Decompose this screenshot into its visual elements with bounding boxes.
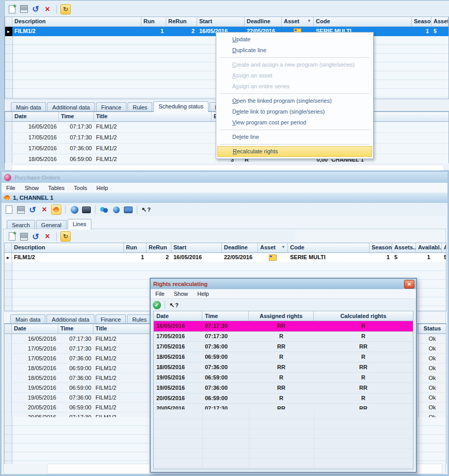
filter-dropdown-icon[interactable]: ▼ [281,245,285,249]
media-icon[interactable] [123,204,133,215]
delete-icon[interactable] [39,204,50,215]
asset-calendar-icon [269,255,277,261]
column-header-code[interactable]: Code [314,17,412,26]
context-menu-item[interactable]: Create and assign a new program (single/… [217,59,373,70]
filter-dropdown-icon[interactable]: ▼ [307,19,311,23]
context-menu-item[interactable]: Assign an asset [217,70,373,81]
context-menu-item[interactable]: Duplicate line [217,45,373,56]
column-header-deadline[interactable]: Deadline [245,17,282,26]
column-header-date[interactable]: Date [154,311,202,321]
rights-row[interactable]: 19/05/2016 07:36:00 RR RR [154,383,413,393]
column-header-assigned-rights[interactable]: Assigned rights [249,311,314,321]
rights-row[interactable]: 18/05/2016 06:59:00 R R [154,352,413,362]
undo-icon[interactable] [30,231,41,242]
rights-row[interactable]: 18/05/2016 07:36:00 RR RR [154,362,413,373]
menu-item[interactable]: Show [20,185,44,191]
delete-icon[interactable] [42,4,53,14]
empty-rights-rows [154,409,413,469]
sphere-icon[interactable] [111,204,121,215]
column-header-asset[interactable]: Asset▼ [282,17,314,26]
column-header-rerun[interactable]: ReRun [147,243,171,252]
detail-tab[interactable]: Main data [11,102,46,112]
context-menu-item[interactable]: Update [217,34,373,45]
rights-row[interactable]: 16/05/2016 07:17:30 RR R [154,321,413,331]
column-header-asset[interactable]: Asset▼ [258,243,288,252]
column-header-assets[interactable]: Asset [431,17,448,26]
rights-flame-icon[interactable] [51,204,61,215]
column-header-start[interactable]: Start [197,17,245,26]
column-header-run[interactable]: Run [141,17,166,26]
column-header-season[interactable]: Season [412,17,431,26]
detail-tab[interactable]: Finance [96,102,126,112]
menu-item[interactable]: Tables [43,185,69,191]
column-header-rerun[interactable]: ReRun [166,17,197,26]
recalculate-rights-icon[interactable] [60,231,71,242]
help-pointer-icon[interactable] [169,300,179,310]
column-header-season[interactable]: Season [370,243,392,252]
recalculate-rights-icon[interactable] [60,4,71,14]
help-pointer-icon[interactable] [141,204,151,215]
column-header-available[interactable]: Availabl... [416,243,442,252]
column-header-next[interactable]: A [442,243,446,252]
context-menu-item[interactable]: Recalculate rights [217,146,372,157]
dialog-titlebar[interactable]: Rights recalculating [151,279,416,289]
column-header-time[interactable]: Time [58,324,93,334]
column-header-date[interactable]: Date [12,324,58,334]
context-menu-item[interactable]: Assign an entire series [217,81,373,92]
new-line-icon[interactable] [7,4,17,14]
column-header-time[interactable]: Time [202,311,249,321]
column-header-start[interactable]: Start [171,243,222,252]
column-header-description[interactable]: Description [12,17,141,26]
rights-row[interactable]: 17/05/2016 07:36:00 RR RR [154,342,413,352]
column-header-status[interactable]: Status [418,324,446,334]
context-menu-item[interactable]: View program cost per period [217,117,373,128]
globe-icon[interactable] [69,204,79,215]
program-screen-icon[interactable] [81,204,91,215]
users-icon[interactable] [99,204,109,215]
column-header-title[interactable]: Title [94,112,212,121]
column-header-description[interactable]: Description [12,243,124,252]
menu-item[interactable]: Help [92,185,113,191]
window-tab[interactable]: Lines [68,219,91,230]
rights-row[interactable]: 20/05/2016 06:59:00 R R [154,393,413,404]
column-header-run[interactable]: Run [124,243,147,252]
menu-item[interactable]: Show [169,291,193,297]
menu-item[interactable]: File [2,185,20,191]
rights-row[interactable]: 17/05/2016 07:17:30 R R [154,331,413,342]
column-header-calculated-rights[interactable]: Calculated rights [314,311,413,321]
save-icon[interactable] [19,4,29,14]
detail-tab[interactable]: Rules [127,314,152,324]
menu-item[interactable]: File [151,291,169,297]
window-tab[interactable]: Search [7,220,35,229]
undo-icon[interactable] [27,204,38,215]
menu-item[interactable]: Help [193,291,214,297]
column-header-code[interactable]: Code [288,243,370,252]
close-icon[interactable]: ✕ [404,280,414,289]
detail-tab[interactable]: Scheduling status [153,101,209,112]
detail-tab[interactable]: Rules [127,102,152,112]
save-icon[interactable] [19,231,29,242]
detail-tab[interactable]: Finance [95,314,126,324]
column-header-date[interactable]: Date [12,112,59,121]
delete-icon[interactable] [42,231,53,242]
order-line-row[interactable]: ► FILM1/2 1 2 16/05/2016 22/05/2016 SERI… [5,253,446,262]
column-header-deadline[interactable]: Deadline [222,243,258,252]
detail-tab[interactable]: Additional data [46,314,94,324]
rights-row[interactable]: 19/05/2016 06:59:00 R R [154,373,413,383]
save-icon[interactable] [15,204,26,215]
detail-tab[interactable]: Additional data [47,102,95,112]
undo-icon[interactable] [30,4,41,14]
menu-item[interactable]: Tools [69,185,92,191]
detail-tab[interactable]: Main data [10,314,45,324]
context-menu-item[interactable]: Open the linked program (single/series) [217,96,373,106]
new-icon[interactable] [4,204,14,215]
context-menu: Update Duplicate line Create and assign … [216,32,374,159]
context-menu-item[interactable]: Delete link to program (single/series) [217,106,373,117]
column-header-assets[interactable]: Assets... [392,243,416,252]
confirm-icon[interactable] [153,301,161,309]
window-titlebar[interactable]: Purchase Orders [2,172,447,183]
window-tab[interactable]: General [36,220,67,229]
column-header-time[interactable]: Time [59,112,94,121]
context-menu-item[interactable]: Delete line [217,132,373,142]
new-line-icon[interactable] [7,231,17,242]
